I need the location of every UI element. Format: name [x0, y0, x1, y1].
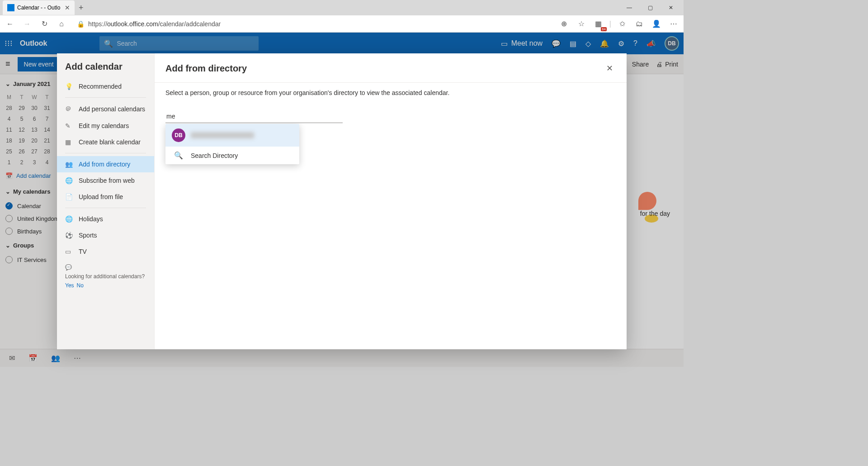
add-calendar-modal: Add calendar 💡Recommended＠Add personal c…: [57, 53, 627, 349]
bulb-icon: 💡: [65, 83, 73, 90]
nav-back-icon[interactable]: ←: [4, 18, 16, 30]
modal-content: Add from directory ✕ Select a person, gr…: [155, 53, 627, 349]
modal-nav-label: Add personal calendars: [79, 105, 145, 113]
suggestion-search-label: Search Directory: [191, 152, 238, 159]
modal-nav-label: Create blank calendar: [79, 138, 141, 146]
profile-icon[interactable]: 👤: [650, 18, 663, 30]
url-scheme: https://: [88, 20, 107, 28]
collections-icon[interactable]: 🗂: [633, 18, 646, 30]
globe2-icon: 🌐: [65, 215, 73, 223]
modal-nav: Add calendar 💡Recommended＠Add personal c…: [57, 53, 155, 349]
window-minimize-icon[interactable]: —: [623, 5, 636, 11]
tab-title: Calendar - - Outlo: [17, 5, 60, 11]
modal-nav-label: Holidays: [79, 215, 103, 223]
directory-search-input[interactable]: [165, 110, 343, 123]
modal-nav-label: Recommended: [79, 83, 122, 90]
suggestion-person[interactable]: DB: [165, 124, 299, 147]
window-maximize-icon[interactable]: ▢: [644, 5, 656, 11]
people-icon: 👥: [65, 161, 73, 168]
file-icon: 📄: [65, 193, 73, 200]
modal-nav-item[interactable]: 👥Add from directory: [57, 156, 154, 172]
modal-nav-label: TV: [79, 248, 87, 255]
modal-nav-label: Add from directory: [79, 161, 130, 168]
search-icon: 🔍: [172, 151, 185, 160]
ball-icon: ⚽: [65, 232, 73, 239]
feedback-no-link[interactable]: No: [77, 282, 84, 289]
modal-foot-text: Looking for additional calendars?: [65, 273, 145, 280]
add-page-icon[interactable]: ⊕: [558, 18, 571, 30]
tv-icon: ▭: [65, 248, 73, 255]
nav-refresh-icon[interactable]: ↻: [38, 18, 51, 30]
modal-nav-item[interactable]: 💡Recommended: [57, 78, 154, 95]
extension-icon[interactable]: ▦: [592, 18, 605, 30]
modal-nav-label: Subscribe from web: [79, 177, 135, 184]
nav-forward-icon: →: [21, 18, 33, 30]
edit-icon: ✎: [65, 122, 73, 129]
browser-tabbar: Calendar - - Outlo ✕ + — ▢ ✕: [0, 0, 684, 15]
browser-tab[interactable]: Calendar - - Outlo ✕: [3, 0, 75, 15]
modal-nav-item[interactable]: ▭TV: [57, 243, 154, 260]
globe-icon: 🌐: [65, 177, 73, 184]
suggestion-dropdown: DB 🔍 Search Directory: [165, 124, 299, 164]
url-host: outlook.office.com: [107, 20, 158, 28]
suggestion-name: [191, 132, 254, 138]
modal-nav-item[interactable]: ✎Edit my calendars: [57, 118, 154, 134]
modal-nav-label: Upload from file: [79, 193, 123, 200]
browser-navbar: ← → ↻ ⌂ 🔒 https://outlook.office.com/cal…: [0, 15, 684, 33]
modal-nav-item[interactable]: ＠Add personal calendars: [57, 100, 154, 118]
tab-favicon: [7, 4, 14, 11]
divider: [65, 97, 146, 98]
address-bar[interactable]: 🔒 https://outlook.office.com/calendar/ad…: [72, 20, 553, 28]
browser-menu-icon[interactable]: ⋯: [667, 18, 680, 30]
modal-nav-item[interactable]: ▦Create blank calendar: [57, 134, 154, 150]
favorites-bar-icon[interactable]: ✩: [616, 18, 628, 30]
modal-left-title: Add calendar: [57, 58, 154, 78]
modal-nav-item[interactable]: 🌐Holidays: [57, 211, 154, 227]
modal-nav-item[interactable]: 🌐Subscribe from web: [57, 172, 154, 189]
divider: [155, 82, 627, 83]
modal-nav-label: Sports: [79, 232, 97, 239]
feedback-yes-link[interactable]: Yes: [65, 282, 74, 289]
lock-icon: 🔒: [77, 20, 85, 28]
feedback-icon: 💬: [65, 264, 72, 271]
modal-close-icon[interactable]: ✕: [604, 61, 616, 76]
modal-nav-item[interactable]: 📄Upload from file: [57, 189, 154, 205]
modal-nav-item[interactable]: ⚽Sports: [57, 227, 154, 243]
favorite-icon[interactable]: ☆: [575, 18, 588, 30]
suggestion-avatar: DB: [172, 128, 185, 142]
divider: [65, 153, 146, 153]
url-path: /calendar/addcalendar: [158, 20, 221, 28]
new-tab-button[interactable]: +: [75, 3, 87, 13]
nav-home-icon[interactable]: ⌂: [55, 18, 68, 30]
at-icon: ＠: [65, 105, 73, 113]
blank-icon: ▦: [65, 138, 73, 146]
divider: [65, 208, 146, 208]
suggestion-search-directory[interactable]: 🔍 Search Directory: [165, 147, 299, 164]
window-close-icon[interactable]: ✕: [665, 5, 677, 11]
modal-nav-label: Edit my calendars: [79, 122, 129, 129]
modal-description: Select a person, group or resource from …: [165, 89, 616, 96]
modal-right-title: Add from directory: [165, 63, 247, 74]
tab-close-icon[interactable]: ✕: [65, 4, 70, 11]
